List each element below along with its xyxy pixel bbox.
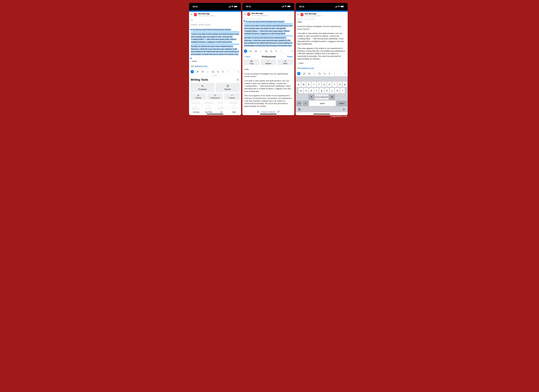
mic-icon[interactable] xyxy=(275,50,278,53)
globe-icon[interactable] xyxy=(298,108,301,111)
key-j[interactable]: j xyxy=(330,88,334,93)
key-r[interactable]: r xyxy=(312,82,316,87)
contact-check-icon[interactable] xyxy=(270,50,273,53)
attach-icon[interactable] xyxy=(196,70,199,73)
briefcase-icon xyxy=(214,94,216,96)
app-logo-icon: GADGETHACKS xyxy=(247,13,250,16)
keyboard[interactable]: qwertyuiop asdfghjkl zxcvbnm 123 ☺ space… xyxy=(296,76,348,112)
key-s[interactable]: s xyxy=(304,88,308,93)
key-i[interactable]: i xyxy=(332,82,337,87)
priority-icon[interactable] xyxy=(227,70,229,73)
key-t[interactable]: t xyxy=(317,82,321,87)
proofread-button[interactable]: Proofread xyxy=(190,83,215,92)
add-button[interactable]: + xyxy=(244,49,247,53)
svg-rect-2 xyxy=(230,6,230,7)
key-l[interactable]: l xyxy=(340,88,345,93)
key-g[interactable]: g xyxy=(319,88,324,93)
key-m[interactable]: m xyxy=(326,94,328,100)
space-key[interactable]: space xyxy=(309,101,336,106)
backspace-key[interactable] xyxy=(329,94,335,100)
home-indicator[interactable] xyxy=(260,114,277,114)
close-panel-button[interactable]: ✕ xyxy=(236,78,240,81)
feedback-label[interactable]: Share Feedback xyxy=(261,111,275,113)
close-icon[interactable]: ✕ xyxy=(244,13,246,16)
calendar-add-icon[interactable] xyxy=(318,72,321,75)
key-v[interactable]: v xyxy=(321,94,322,100)
professional-button[interactable]: Professional xyxy=(207,93,223,100)
key-p[interactable]: p xyxy=(343,82,347,87)
home-indicator[interactable] xyxy=(207,114,223,114)
send-icon[interactable] xyxy=(290,50,293,53)
attach-icon[interactable] xyxy=(250,50,252,53)
priority-icon[interactable] xyxy=(333,72,336,75)
close-icon[interactable]: ✕ xyxy=(191,13,193,16)
key-q[interactable]: q xyxy=(296,82,301,87)
key-a[interactable]: a xyxy=(298,88,303,93)
add-button[interactable]: + xyxy=(297,72,300,75)
key-h[interactable]: h xyxy=(325,88,329,93)
summary-card[interactable]: ↓ Summary xyxy=(190,101,202,113)
key-d[interactable]: d xyxy=(309,88,313,93)
share-button[interactable]: Share xyxy=(277,59,293,65)
camera-icon[interactable] xyxy=(255,50,257,53)
camera-icon[interactable] xyxy=(308,72,311,75)
thumbs-down-icon[interactable] xyxy=(277,110,280,113)
key-k[interactable]: k xyxy=(335,88,340,93)
copy-button[interactable]: Copy xyxy=(244,59,260,65)
calendar-add-icon[interactable] xyxy=(211,70,214,73)
send-icon[interactable] xyxy=(343,72,346,75)
contact-check-icon[interactable] xyxy=(217,70,219,73)
table-card[interactable]: ↓ Table xyxy=(228,101,240,113)
friendly-button[interactable]: Friendly xyxy=(190,93,206,100)
concise-button[interactable]: Concise xyxy=(224,93,240,100)
key-e[interactable]: e xyxy=(306,82,311,87)
keypoints-card[interactable]: ↓ Key Points xyxy=(203,101,215,113)
close-icon[interactable]: ✕ xyxy=(297,13,299,16)
replace-button[interactable]: Replace xyxy=(260,59,276,65)
key-z[interactable]: z xyxy=(315,94,316,100)
priority-icon[interactable] xyxy=(280,50,283,53)
key-x[interactable]: x xyxy=(317,94,318,100)
camera-icon[interactable] xyxy=(201,70,204,73)
email-body[interactable]: Hi. Can you see if we're having server i… xyxy=(242,20,294,48)
key-y[interactable]: y xyxy=(322,82,327,87)
sender-placeholder xyxy=(251,15,268,16)
outlook-link[interactable]: Outlook for iOS xyxy=(194,65,207,67)
mic-icon[interactable] xyxy=(328,72,331,75)
return-key[interactable]: return xyxy=(336,101,347,106)
key-c[interactable]: c xyxy=(319,94,320,100)
home-indicator[interactable] xyxy=(313,114,330,114)
outlook-link[interactable]: Outlook for iOS xyxy=(301,67,314,69)
key-n[interactable]: n xyxy=(324,94,326,100)
subject-value[interactable]: Server issues? xyxy=(198,24,211,26)
chevron-down-icon[interactable]: ⌄ xyxy=(238,19,239,21)
send-icon[interactable] xyxy=(237,70,240,73)
key-u[interactable]: u xyxy=(327,82,332,87)
svg-rect-49 xyxy=(344,6,344,7)
emoji-key[interactable]: ☺ xyxy=(303,101,308,106)
key-o[interactable]: o xyxy=(337,82,342,87)
key-w[interactable]: w xyxy=(301,82,306,87)
add-button[interactable]: + xyxy=(191,70,194,73)
thumbs-up-icon[interactable] xyxy=(257,110,260,113)
draw-icon[interactable] xyxy=(206,70,209,73)
key-b[interactable]: b xyxy=(322,94,324,100)
grabber-handle[interactable] xyxy=(213,75,217,76)
rewrite-button[interactable]: Rewrite xyxy=(216,83,240,92)
shift-key[interactable] xyxy=(308,94,314,100)
dictation-icon[interactable] xyxy=(342,108,345,111)
done-button[interactable]: Done xyxy=(287,55,293,58)
email-body[interactable]: Hi. Can you see if we're having server i… xyxy=(189,27,241,69)
attach-icon[interactable] xyxy=(303,72,306,75)
calendar-add-icon[interactable] xyxy=(265,50,267,53)
numbers-key[interactable]: 123 xyxy=(296,101,302,106)
suggestion-bar[interactable] xyxy=(296,77,347,81)
back-button[interactable]: ‹ Back xyxy=(244,55,250,58)
draw-icon[interactable] xyxy=(260,50,262,53)
list-card[interactable]: ↓ List xyxy=(216,101,227,113)
contact-check-icon[interactable] xyxy=(323,72,326,75)
email-body[interactable]: Hello, Could you please investigate if w… xyxy=(296,20,348,71)
key-f[interactable]: f xyxy=(314,88,319,93)
mic-icon[interactable] xyxy=(221,70,224,73)
draw-icon[interactable] xyxy=(313,72,316,75)
